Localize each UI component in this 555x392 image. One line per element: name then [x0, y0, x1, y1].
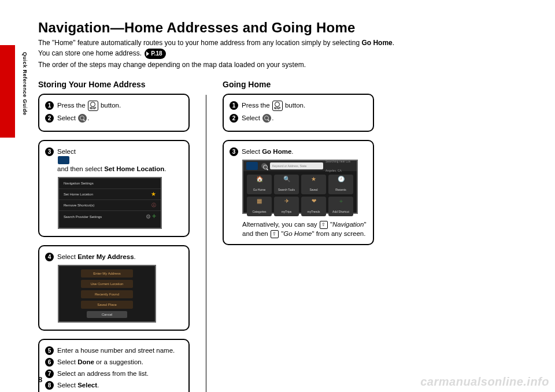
heading-going-home: Going Home — [223, 80, 374, 89]
s8-bold: Select — [77, 382, 97, 389]
intro-line3: The order of the steps may change depend… — [38, 60, 530, 69]
s8-text-a: Select — [57, 382, 77, 389]
step-7: 7 Select an address from the list. — [45, 369, 183, 378]
star-icon: ★ — [151, 190, 156, 199]
tile-go-home: 🏠Go Home — [247, 175, 272, 194]
going-box-2: 3 Select Go Home. Keyword or Address, St… — [223, 140, 374, 245]
tile-add-shortcut: ＋Add Shortcut — [328, 197, 353, 216]
search-icon — [262, 114, 271, 123]
column-storing: Storing Your Home Address 1 Press the MA… — [38, 80, 190, 392]
gh-step-2: 2 Select . — [230, 113, 367, 123]
step-4: 4 Select Enter My Address. — [45, 252, 183, 261]
gh-s2-a: Select — [242, 114, 262, 121]
screenshot-enter-address: Enter My Address Use Current Location Re… — [58, 265, 156, 323]
s1-text-b: button. — [99, 102, 121, 109]
gh-s1-a: Press the — [242, 102, 272, 109]
bullet-8: 8 — [45, 381, 54, 390]
alt-text-2: " — [328, 221, 332, 228]
gh-step-1: 1 Press the MAP button. — [230, 101, 367, 111]
s1-text-a: Press the — [57, 102, 87, 109]
s7-text: Select an address from the list. — [57, 369, 183, 378]
s6-text-a: Select — [57, 358, 77, 365]
tile-mytrips: ✈myTrips — [274, 197, 299, 216]
storing-box-4: 5 Enter a house number and street name. … — [38, 339, 190, 392]
tile-mytrends: ❤myTrends — [301, 197, 326, 216]
intro-line1-a: The "Home" feature automatically routes … — [38, 39, 361, 47]
talk-icon: ⇪ — [271, 230, 279, 238]
ss-b-cancel: Cancel — [87, 311, 127, 318]
intro-block: The "Home" feature automatically routes … — [38, 38, 530, 69]
s4-bold: Enter My Address — [77, 253, 134, 260]
heading-storing: Storing Your Home Address — [38, 80, 190, 89]
s8-text-c: . — [97, 382, 99, 389]
watermark: carmanualsonline.info — [420, 375, 549, 389]
gh-bullet-2: 2 — [230, 114, 238, 123]
bullet-6: 6 — [45, 358, 54, 367]
gear-icon: ⚙ — [146, 213, 151, 220]
s4-text-a: Select — [57, 253, 77, 260]
gh-s1-b: button. — [283, 102, 305, 109]
map-button-icon: MAP — [88, 101, 98, 111]
plus-icon: + — [152, 212, 156, 220]
ss-location-label: Searching near Los Angeles, CA — [325, 157, 354, 175]
gh-step-3: 3 Select Go Home. — [230, 147, 367, 156]
s2-text-a: Select — [57, 114, 77, 121]
side-section-label: Quick Reference Guide — [20, 52, 28, 116]
ss-row-0: Navigation Settings — [64, 179, 94, 188]
storing-box-3: 4 Select Enter My Address. Enter My Addr… — [38, 245, 190, 331]
going-box-1: 1 Press the MAP button. 2 Select . — [223, 94, 374, 132]
hamburger-icon — [58, 156, 69, 164]
alt-text-1: Alternatively, you can say — [242, 221, 319, 228]
map-button-icon: MAP — [272, 101, 283, 111]
tile-categories: ▦Categories — [247, 197, 272, 216]
gh-s3-a: Select — [242, 148, 262, 155]
ss-b-item-0: Enter My Address — [81, 269, 133, 278]
column-going-home: Going Home 1 Press the MAP button. 2 Sel… — [223, 80, 374, 392]
tile-saved: ★Saved — [301, 175, 326, 194]
intro-line2: You can store one home address. — [38, 49, 142, 57]
page-number: 8 — [38, 375, 42, 384]
step-2: 2 Select . — [45, 113, 183, 123]
step-5: 5 Enter a house number and street name. — [45, 346, 183, 355]
search-icon — [78, 114, 87, 123]
ss-b-item-2: Recently Found — [81, 290, 133, 298]
gh-s3-bold: Go Home — [262, 148, 291, 155]
gh-s3-c: . — [291, 148, 293, 155]
talk-icon: ⇪ — [320, 221, 328, 229]
clock-icon: ⦾ — [151, 201, 156, 210]
gh-s2-b: . — [272, 114, 273, 121]
s3-text-a: Select — [57, 148, 76, 155]
alt-italic-nav: Navigation — [332, 221, 364, 228]
bullet-4: 4 — [45, 253, 54, 261]
bullet-7: 7 — [45, 369, 54, 378]
screenshot-go-home: Keyword or Address, State Searching near… — [242, 160, 358, 214]
s4-text-c: . — [134, 253, 136, 260]
ss-row-1: Set Home Location — [64, 190, 93, 199]
ss-b-item-1: Use Current Location — [81, 280, 133, 288]
s2-text-b: . — [87, 114, 89, 121]
step-6: 6 Select Done or a suggestion. — [45, 357, 183, 367]
page-title: Navigation—Home Addresses and Going Home — [38, 20, 530, 36]
hamburger-icon — [246, 162, 258, 170]
alt-text-5: " from any screen. — [312, 230, 365, 237]
step-8: 8 Select Select. — [45, 380, 183, 390]
ss-row-2: Remove Shortcut(s) — [64, 201, 94, 210]
side-color-tab — [0, 45, 15, 138]
alt-italic-gohome: Go Home — [283, 230, 312, 237]
page-reference-pill: P.18 — [145, 49, 165, 59]
page-content: Navigation—Home Addresses and Going Home… — [38, 20, 530, 392]
step-1: 1 Press the MAP button. — [45, 101, 183, 111]
column-divider — [206, 95, 206, 392]
page-ref-text: P.18 — [151, 49, 162, 58]
ss-row-3: Search Provider Settings — [64, 212, 102, 221]
intro-line1-c: . — [393, 39, 394, 47]
bullet-3: 3 — [45, 147, 54, 156]
screenshot-nav-settings: Navigation Settings Set Home Location★ R… — [58, 177, 162, 229]
search-icon — [261, 163, 267, 169]
storing-box-2: 3 Select and then select Set Home Locati… — [38, 140, 190, 237]
step-3: 3 Select and then select Set Home Locati… — [45, 147, 183, 173]
ss-search-field: Keyword or Address, State — [270, 162, 323, 169]
triangle-icon — [146, 51, 149, 56]
s5-text: Enter a house number and street name. — [57, 346, 183, 355]
gh-bullet-3: 3 — [230, 147, 238, 156]
